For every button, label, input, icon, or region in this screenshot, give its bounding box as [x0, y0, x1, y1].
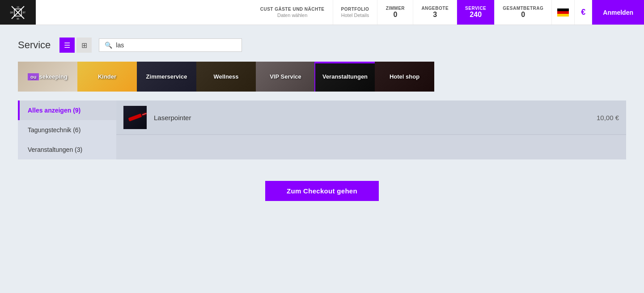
nav-item-cust[interactable]: CUST GÄSTE UND NÄCHTE Daten wählen	[252, 0, 333, 25]
logo-icon: 19 95 DR BT	[8, 3, 28, 22]
nav-item-service[interactable]: SERVICE 240	[457, 0, 495, 25]
product-name: Laserpointer	[154, 114, 589, 121]
list-icon: ☰	[64, 41, 70, 50]
nav-item-portfolio[interactable]: PORTFOLIO Hotel Details	[333, 0, 378, 25]
category-strip: ousekeeping Kinder Zimmerservice Wellnes…	[18, 62, 626, 92]
language-selector[interactable]	[552, 0, 575, 25]
nav-item-angebote[interactable]: ANGEBOTE 3	[413, 0, 457, 25]
category-zimmerservice[interactable]: Zimmerservice	[137, 62, 196, 92]
category-vip[interactable]: VIP Service	[256, 62, 315, 92]
grid-view-button[interactable]: ⊞	[76, 38, 92, 53]
checkout-area: Zum Checkout gehen	[18, 181, 626, 201]
nav-item-zimmer[interactable]: ZIMMER 0	[377, 0, 413, 25]
category-kinder-label: Kinder	[77, 62, 137, 92]
svg-text:BT: BT	[23, 11, 25, 14]
product-list: Laserpointer 10,00 €	[116, 100, 626, 159]
filter-veranstaltungen[interactable]: Veranstaltungen (3)	[18, 140, 116, 159]
view-toggle: ☰ ⊞	[59, 38, 92, 53]
filter-all-label: Alles anzeigen (9)	[28, 107, 80, 114]
category-wellness-label: Wellness	[196, 62, 256, 92]
nav-items: CUST GÄSTE UND NÄCHTE Daten wählen PORTF…	[36, 0, 644, 25]
nav-item-gesamtbetrag[interactable]: GESAMTBETRAG 0	[495, 0, 552, 25]
page-title: Service	[18, 39, 51, 51]
search-bar: 🔍	[99, 38, 242, 52]
header: 19 95 DR BT CUST GÄSTE UND NÄCHTE Daten …	[0, 0, 644, 25]
category-kinder[interactable]: Kinder	[77, 62, 137, 92]
category-housekeeping[interactable]: ousekeeping	[18, 62, 77, 92]
category-veranstaltungen[interactable]: Veranstaltungen	[315, 62, 375, 92]
filter-tagungstechnik-label: Tagungstechnik (6)	[28, 126, 80, 134]
logo: 19 95 DR BT	[0, 0, 36, 25]
currency-selector[interactable]: €	[575, 0, 592, 25]
search-icon: 🔍	[105, 42, 112, 49]
list-view-button[interactable]: ☰	[59, 38, 75, 53]
grid-icon: ⊞	[81, 41, 87, 50]
category-zimmerservice-label: Zimmerservice	[137, 62, 196, 92]
table-row[interactable]: Laserpointer 10,00 €	[116, 100, 626, 135]
category-hotelshop-label: Hotel shop	[375, 62, 434, 92]
checkout-button[interactable]: Zum Checkout gehen	[265, 181, 379, 201]
flag-german	[557, 8, 569, 17]
search-input[interactable]	[116, 42, 236, 49]
content-area: Alles anzeigen (9) Tagungstechnik (6) Ve…	[18, 100, 626, 159]
svg-text:95: 95	[17, 17, 19, 20]
sidebar-filters: Alles anzeigen (9) Tagungstechnik (6) Ve…	[18, 100, 116, 159]
product-price: 10,00 €	[597, 114, 619, 121]
category-hotelshop[interactable]: Hotel shop	[375, 62, 434, 92]
svg-text:DR: DR	[10, 11, 13, 14]
category-wellness[interactable]: Wellness	[196, 62, 256, 92]
category-housekeeping-label: ousekeeping	[18, 62, 77, 92]
filter-veranstaltungen-label: Veranstaltungen (3)	[28, 146, 82, 153]
page-header: Service ☰ ⊞ 🔍	[18, 38, 626, 53]
filter-tagungstechnik[interactable]: Tagungstechnik (6)	[18, 120, 116, 140]
euro-icon: €	[581, 8, 585, 17]
category-veranstaltungen-label: Veranstaltungen	[315, 62, 375, 92]
filter-all[interactable]: Alles anzeigen (9)	[18, 100, 116, 120]
laser-icon	[128, 113, 142, 121]
main-content: Service ☰ ⊞ 🔍 ousekeeping Kinder Zimme	[0, 25, 644, 213]
svg-text:19: 19	[17, 6, 19, 8]
login-button[interactable]: Anmelden	[592, 0, 644, 25]
product-thumbnail	[123, 106, 147, 129]
thumbnail-bg	[123, 106, 147, 129]
category-vip-label: VIP Service	[256, 62, 315, 92]
